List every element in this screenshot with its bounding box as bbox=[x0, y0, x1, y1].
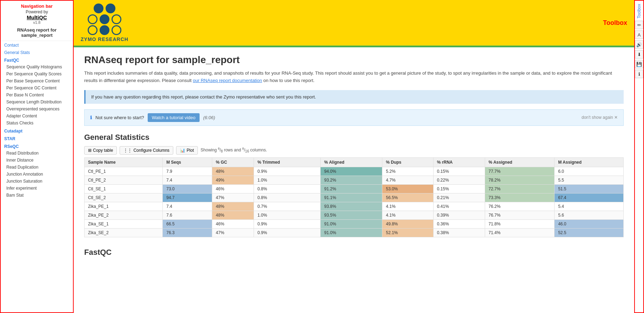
cell-pct_rrna: 0.39% bbox=[433, 211, 485, 219]
sidebar-item-per-seq-quality[interactable]: Per Sequence Quality Scores bbox=[1, 70, 73, 77]
sidebar-item-status-checks[interactable]: Status Checks bbox=[1, 120, 73, 127]
cell-pct_dups: 4.1% bbox=[382, 211, 434, 219]
rna-seq-doc-link[interactable]: our RNAseq report documentation bbox=[193, 78, 262, 83]
sidebar-item-infer-experiment[interactable]: Infer experiment bbox=[1, 185, 73, 192]
sidebar-item-star[interactable]: STAR bbox=[1, 134, 73, 142]
col-pct-gc: % GC bbox=[212, 157, 254, 167]
sidebar: Navigation bar Powered by MultiQC v1.8 R… bbox=[0, 0, 74, 313]
cell-pct_rrna: 0.15% bbox=[433, 167, 485, 176]
col-pct-rrna: % rRNA bbox=[433, 157, 485, 167]
cell-name: Ctl_PE_2 bbox=[85, 176, 163, 184]
sidebar-item-seq-quality-hist[interactable]: Sequence Quality Histograms bbox=[1, 63, 73, 70]
col-m-seqs: M Seqs bbox=[163, 157, 212, 167]
toolbox-audio-button[interactable]: 🔊 bbox=[635, 40, 643, 49]
cell-pct_gc: 48% bbox=[212, 167, 254, 176]
page-title: RNAseq report for sample_report bbox=[84, 54, 624, 66]
zymo-circle-5 bbox=[112, 14, 121, 24]
table-row: Ctl_PE_17.948%0.9%94.0%5.2%0.15%77.7%6.0 bbox=[85, 167, 624, 176]
toolbox-header-label: Toolbox bbox=[603, 19, 627, 27]
cell-name: Zika_PE_2 bbox=[85, 211, 163, 219]
sidebar-item-read-distribution[interactable]: Read Distribution bbox=[1, 150, 73, 157]
cell-pct_assigned: 77.7% bbox=[485, 167, 554, 176]
sidebar-item-rseqc[interactable]: RSeQC bbox=[1, 142, 73, 150]
main-area: ZYMO RESEARCH Toolbox RNAseq report for … bbox=[74, 0, 634, 313]
cell-pct_aligned: 93.5% bbox=[321, 211, 382, 219]
cell-pct_dups: 4.7% bbox=[382, 176, 434, 184]
toolbox-pin-button[interactable]: ✏ bbox=[635, 21, 643, 29]
cell-m_assigned: 5.4 bbox=[555, 202, 624, 211]
col-pct-aligned: % Aligned bbox=[321, 157, 382, 167]
sidebar-item-cutadapt[interactable]: Cutadapt bbox=[1, 127, 73, 134]
copy-table-button[interactable]: ⊞ Copy table bbox=[84, 146, 117, 155]
cell-m_assigned: 6.0 bbox=[555, 167, 624, 176]
cell-m_assigned: 51.5 bbox=[555, 184, 624, 193]
sidebar-item-general-stats[interactable]: General Stats bbox=[1, 48, 73, 56]
sidebar-item-contact[interactable]: Contact bbox=[1, 41, 73, 48]
cell-pct_aligned: 94.0% bbox=[321, 167, 382, 176]
sidebar-item-per-base-n[interactable]: Per Base N Content bbox=[1, 91, 73, 98]
cell-pct_trimmed: 0.7% bbox=[254, 202, 320, 211]
watch-tutorial-button[interactable]: Watch a tutorial video bbox=[148, 113, 200, 122]
zymo-logo-text: ZYMO RESEARCH bbox=[81, 36, 128, 42]
cell-pct_dups: 49.8% bbox=[382, 219, 434, 228]
cell-pct_gc: 49% bbox=[212, 176, 254, 184]
stats-table-body: Ctl_PE_17.948%0.9%94.0%5.2%0.15%77.7%6.0… bbox=[85, 167, 624, 237]
sidebar-item-overrep-seq[interactable]: Overrepresented sequences bbox=[1, 106, 73, 113]
toolbox-download-button[interactable]: ⬇ bbox=[635, 50, 643, 59]
cell-pct_assigned: 73.3% bbox=[485, 193, 554, 202]
cell-m_assigned: 5.6 bbox=[555, 211, 624, 219]
col-sample-name: Sample Name bbox=[85, 157, 163, 167]
cell-name: Ctl_PE_1 bbox=[85, 167, 163, 176]
cell-pct_aligned: 91.2% bbox=[321, 184, 382, 193]
cell-pct_seqs: 7.4 bbox=[163, 176, 212, 184]
cell-m_assigned: 46.0 bbox=[555, 219, 624, 228]
configure-columns-button[interactable]: ⋮⋮ Configure Columns bbox=[120, 146, 173, 155]
cell-pct_dups: 4.1% bbox=[382, 202, 434, 211]
cell-name: Zika_SE_2 bbox=[85, 228, 163, 237]
zymo-circles-icon bbox=[88, 4, 121, 35]
cell-pct_gc: 47% bbox=[212, 193, 254, 202]
zymo-circle-2 bbox=[106, 4, 115, 13]
cell-pct_trimmed: 0.9% bbox=[254, 228, 320, 237]
version-label: v1.8 bbox=[4, 20, 69, 25]
fastqc-title: FastQC bbox=[84, 248, 624, 257]
cell-m_assigned: 5.5 bbox=[555, 176, 624, 184]
sidebar-item-inner-distance[interactable]: Inner Distance bbox=[1, 157, 73, 164]
content-area: RNAseq report for sample_report This rep… bbox=[74, 47, 634, 313]
cell-m_assigned: 52.5 bbox=[555, 228, 624, 237]
sidebar-item-read-duplication[interactable]: Read Duplication bbox=[1, 164, 73, 171]
cell-pct_trimmed: 0.8% bbox=[254, 193, 320, 202]
info-box: If you have any question regarding this … bbox=[84, 90, 624, 104]
toolbox-vert-label[interactable]: Toolbox bbox=[636, 2, 642, 20]
cell-pct_gc: 46% bbox=[212, 184, 254, 193]
plot-button[interactable]: 📊 Plot bbox=[176, 146, 198, 155]
toolbox-font-button[interactable]: A bbox=[635, 30, 643, 39]
cell-pct_rrna: 0.15% bbox=[433, 184, 485, 193]
cell-pct_gc: 46% bbox=[212, 219, 254, 228]
sidebar-item-bam-stat[interactable]: Bam Stat bbox=[1, 192, 73, 199]
sidebar-item-seq-len-dist[interactable]: Sequence Length Distribution bbox=[1, 98, 73, 106]
cell-pct_rrna: 0.41% bbox=[433, 202, 485, 211]
cell-pct_seqs: 76.3 bbox=[163, 228, 212, 237]
dont-show-label[interactable]: don't show again ✕ bbox=[582, 115, 618, 120]
cell-pct_aligned: 91.1% bbox=[321, 193, 382, 202]
tutorial-duration: (6:06) bbox=[203, 115, 215, 120]
toolbox-info-button[interactable]: ℹ bbox=[635, 70, 643, 78]
sidebar-item-per-base-seq[interactable]: Per Base Sequence Content bbox=[1, 77, 73, 84]
cell-pct_assigned: 76.2% bbox=[485, 202, 554, 211]
sidebar-item-junction-annotation[interactable]: Junction Annotation bbox=[1, 171, 73, 178]
sidebar-item-junction-saturation[interactable]: Junction Saturation bbox=[1, 178, 73, 185]
tutorial-text: Not sure where to start? bbox=[95, 115, 144, 120]
toolbox-save-button[interactable]: 💾 bbox=[635, 60, 643, 68]
cell-pct_seqs: 7.4 bbox=[163, 202, 212, 211]
sidebar-item-adapter-content[interactable]: Adapter Content bbox=[1, 113, 73, 120]
multiqc-logo[interactable]: MultiQC bbox=[4, 14, 69, 20]
zymo-circle-4 bbox=[100, 14, 109, 24]
cell-pct_gc: 48% bbox=[212, 202, 254, 211]
zymo-circle-7 bbox=[100, 25, 109, 35]
table-row: Ctl_PE_27.449%1.0%93.2%4.7%0.22%78.2%5.5 bbox=[85, 176, 624, 184]
sidebar-item-per-seq-gc[interactable]: Per Sequence GC Content bbox=[1, 84, 73, 91]
sidebar-item-fastqc[interactable]: FastQC bbox=[1, 56, 73, 63]
cell-pct_dups: 53.0% bbox=[382, 184, 434, 193]
cell-pct_seqs: 66.5 bbox=[163, 219, 212, 228]
